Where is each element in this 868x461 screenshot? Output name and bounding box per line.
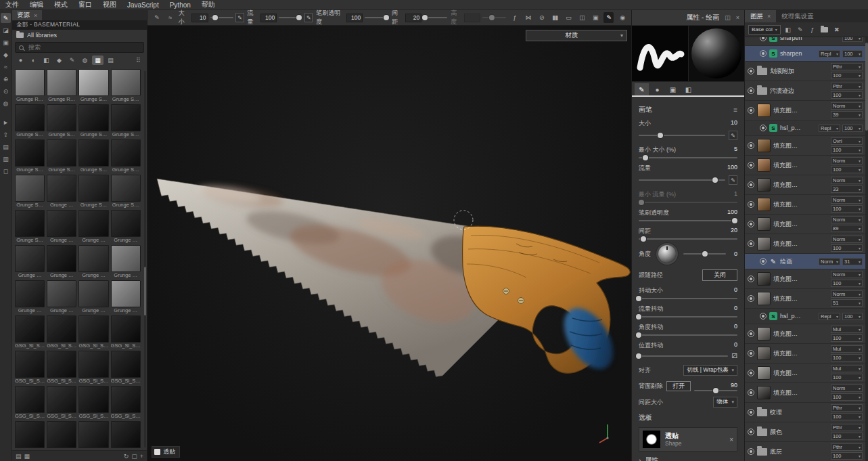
asset-thumbnail[interactable] bbox=[78, 280, 108, 307]
menu-item-3[interactable]: 窗口 bbox=[73, 0, 97, 9]
visibility-eye-icon[interactable] bbox=[748, 389, 754, 396]
opacity-dropdown[interactable]: 100▾ bbox=[831, 205, 863, 213]
pen-icon[interactable]: ✎ bbox=[152, 12, 162, 23]
visibility-eye-icon[interactable] bbox=[748, 295, 754, 302]
asset-item[interactable]: GSG_Sl_S… bbox=[15, 421, 45, 449]
asset-thumbnail[interactable] bbox=[78, 245, 108, 272]
opacity-dropdown[interactable]: 100▾ bbox=[831, 374, 863, 381]
asset-item[interactable]: Grunge S… bbox=[78, 104, 108, 138]
layer-row-填充图…[interactable]: 填充图…Norm▾100▾ bbox=[745, 195, 865, 215]
toolbar-control-slider[interactable] bbox=[279, 17, 302, 18]
visibility-eye-icon[interactable] bbox=[748, 409, 754, 416]
slider-value[interactable]: 20 bbox=[731, 227, 737, 236]
visibility-eye-icon[interactable] bbox=[760, 37, 767, 41]
asset-item[interactable]: GSG_Sl_S… bbox=[78, 315, 108, 349]
asset-item[interactable]: GSG_Sl_S… bbox=[15, 315, 45, 349]
slider-knob[interactable] bbox=[489, 15, 495, 20]
opacity-dropdown[interactable]: 100▾ bbox=[831, 244, 863, 252]
layer-row-填充图…[interactable]: 填充图…Ovrl▾100▾ bbox=[745, 136, 865, 156]
pen-pressure-toggle[interactable]: ✎ bbox=[729, 175, 737, 185]
symmetry-icon[interactable]: ⋈ bbox=[523, 12, 533, 23]
blend-mode-dropdown[interactable]: Norm▾ bbox=[831, 177, 863, 184]
slider-knob[interactable] bbox=[296, 15, 302, 20]
slider-knob[interactable] bbox=[712, 177, 718, 183]
asset-item[interactable]: Grunge S… bbox=[15, 210, 45, 244]
angle-dial[interactable] bbox=[658, 245, 676, 263]
asset-thumbnail[interactable] bbox=[15, 351, 45, 378]
asset-item[interactable]: Grunge … bbox=[78, 280, 108, 314]
subtool-stencil-icon[interactable]: ▣ bbox=[666, 83, 680, 95]
visibility-eye-icon[interactable] bbox=[748, 68, 754, 74]
blend-mode-dropdown[interactable]: Pthr▾ bbox=[831, 83, 863, 90]
tab-layers-close-icon[interactable]: × bbox=[767, 13, 771, 20]
asset-item[interactable]: GSG_Sl_S… bbox=[47, 421, 76, 449]
asset-thumbnail[interactable] bbox=[78, 139, 108, 167]
blend-mode-dropdown[interactable]: Pthr▾ bbox=[831, 63, 863, 70]
asset-item[interactable]: Grunge R… bbox=[47, 69, 76, 103]
pause-engine-icon[interactable]: ▮▮ bbox=[550, 12, 560, 23]
delete-layer-icon[interactable]: ✖ bbox=[832, 25, 842, 35]
blend-mode-dropdown[interactable]: Norm▾ bbox=[831, 196, 863, 204]
asset-thumbnail[interactable] bbox=[111, 315, 141, 343]
visibility-eye-icon[interactable] bbox=[748, 221, 754, 227]
layer-row-填充图…[interactable]: 填充图…Mul▾100▾ bbox=[745, 364, 865, 383]
asset-item[interactable]: Grunge … bbox=[78, 210, 108, 244]
snapshot-icon[interactable]: ◉ bbox=[617, 12, 627, 23]
polygon-fill-tool-icon[interactable]: ◆ bbox=[1, 49, 11, 60]
opacity-dropdown[interactable]: 39▾ bbox=[831, 111, 863, 118]
menu-item-4[interactable]: 视图 bbox=[97, 0, 122, 9]
blend-mode-dropdown[interactable]: Pthr▾ bbox=[831, 443, 863, 451]
visibility-eye-icon[interactable] bbox=[760, 258, 767, 265]
asset-item[interactable]: Grunge … bbox=[78, 245, 108, 279]
asset-thumbnail[interactable] bbox=[15, 69, 45, 96]
opacity-dropdown[interactable]: 100▾ bbox=[842, 50, 863, 58]
layer-row-填充图…[interactable]: 填充图…Norm▾51▾ bbox=[745, 289, 865, 309]
opacity-dropdown[interactable]: 100▾ bbox=[831, 72, 863, 79]
blend-mode-dropdown[interactable]: Mul▾ bbox=[831, 345, 863, 353]
asset-thumbnail[interactable] bbox=[78, 175, 108, 202]
layer-row-hsl_p…[interactable]: Shsl_p…Repl▾100▾ bbox=[745, 309, 865, 324]
slider-value[interactable]: 5 bbox=[734, 146, 737, 154]
eraser-tool-icon[interactable]: ◪ bbox=[1, 25, 11, 35]
assets-scrollbar-thumb[interactable] bbox=[144, 267, 146, 315]
opacity-dropdown[interactable]: 100▾ bbox=[831, 91, 863, 99]
slider-knob[interactable] bbox=[641, 236, 646, 242]
subtool-grid-icon[interactable]: ◧ bbox=[681, 83, 695, 95]
filter-materials-icon[interactable]: ● bbox=[15, 56, 26, 65]
section-menu-icon[interactable]: ≡ bbox=[733, 106, 737, 114]
layers-scrollbar[interactable] bbox=[865, 37, 868, 461]
refresh-icon[interactable]: ↻ bbox=[124, 453, 129, 460]
slider-value[interactable]: 0 bbox=[734, 286, 737, 295]
asset-thumbnail[interactable] bbox=[78, 315, 108, 343]
asset-thumbnail[interactable] bbox=[111, 139, 141, 167]
asset-item[interactable]: Grunge … bbox=[15, 280, 45, 314]
layer-row-污渍迹边[interactable]: 污渍迹边Pthr▾100▾ bbox=[745, 81, 865, 101]
asset-thumbnail[interactable] bbox=[78, 386, 108, 413]
asset-thumbnail[interactable] bbox=[78, 351, 108, 378]
opacity-dropdown[interactable]: 100▾ bbox=[831, 413, 863, 420]
opacity-dropdown[interactable]: 100▾ bbox=[831, 334, 863, 342]
add-resources-button[interactable]: + bbox=[140, 453, 143, 460]
asset-thumbnail[interactable] bbox=[15, 210, 45, 237]
view-grid-icon[interactable]: ▦ bbox=[24, 453, 30, 460]
visibility-eye-icon[interactable] bbox=[748, 370, 754, 376]
filter-filters-icon[interactable]: ◆ bbox=[53, 56, 65, 65]
material-picker-tool-icon[interactable]: ⊙ bbox=[1, 86, 11, 96]
asset-thumbnail[interactable] bbox=[111, 69, 141, 96]
visibility-eye-icon[interactable] bbox=[760, 125, 767, 131]
stencil-card[interactable]: 透贴Shape× bbox=[639, 427, 737, 452]
layer-row-填充图…[interactable]: 填充图…Norm▾33▾ bbox=[745, 175, 865, 195]
asset-thumbnail[interactable] bbox=[15, 315, 45, 343]
asset-thumbnail[interactable] bbox=[111, 351, 141, 378]
toolbar-control-value[interactable]: 20 bbox=[405, 14, 421, 22]
channel-dropdown[interactable]: Base col ▾ bbox=[748, 25, 781, 35]
opacity-dropdown[interactable]: 51▾ bbox=[831, 299, 863, 307]
blend-mode-dropdown[interactable]: Pthr▾ bbox=[831, 424, 863, 431]
asset-thumbnail[interactable] bbox=[47, 245, 76, 272]
layer-row-底层[interactable]: 底层Pthr▾100▾ bbox=[745, 442, 865, 461]
close-icon[interactable]: × bbox=[736, 14, 739, 21]
asset-item[interactable]: GSG_Sl_S… bbox=[15, 351, 45, 385]
subtool-brush-icon[interactable]: ✎ bbox=[635, 83, 649, 95]
toolbar-control-value[interactable]: 10 bbox=[191, 14, 208, 22]
blend-mode-dropdown[interactable]: Pthr▾ bbox=[831, 404, 863, 412]
